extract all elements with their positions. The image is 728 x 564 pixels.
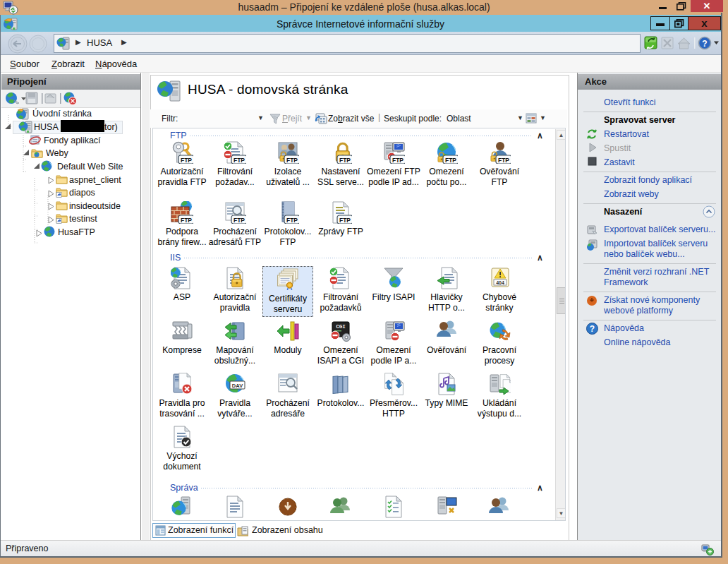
svg-text:CGI: CGI <box>336 324 346 330</box>
svg-text:?: ? <box>702 39 707 49</box>
svg-text:404: 404 <box>496 280 504 285</box>
svg-text:?: ? <box>590 324 595 334</box>
svg-text:DAV: DAV <box>232 383 243 389</box>
